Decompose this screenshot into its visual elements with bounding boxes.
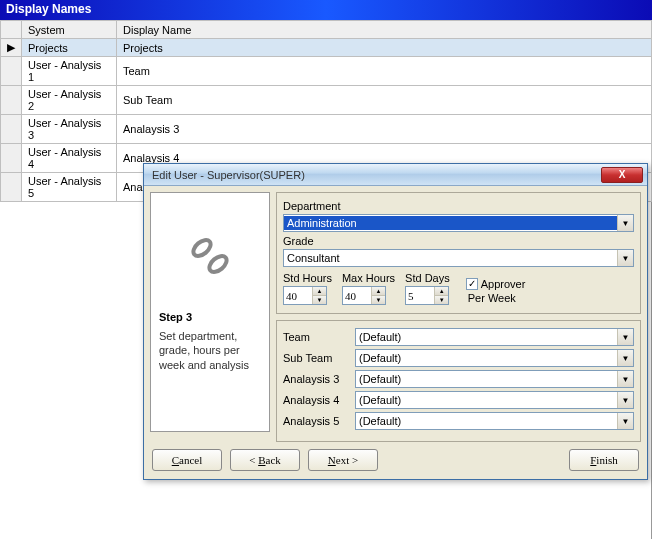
grade-select[interactable]: Consultant ▼ <box>283 249 634 267</box>
label-department: Department <box>283 200 634 212</box>
std-days-input[interactable] <box>406 287 434 304</box>
std-days-stepper[interactable]: ▲▼ <box>405 286 449 305</box>
step-title: Step 3 <box>159 311 261 323</box>
label-grade: Grade <box>283 235 634 247</box>
analysis-value: (Default) <box>356 414 617 428</box>
col-system[interactable]: System <box>22 21 117 39</box>
spin-up-icon[interactable]: ▲ <box>372 287 385 296</box>
svg-point-0 <box>190 237 213 259</box>
analysis-select[interactable]: (Default) ▼ <box>355 412 634 430</box>
analysis-value: (Default) <box>356 393 617 407</box>
table-header-row: System Display Name <box>1 21 652 39</box>
svg-point-1 <box>206 253 229 275</box>
analysis-label: Team <box>283 331 349 343</box>
cell-system: Projects <box>22 39 117 57</box>
department-select[interactable]: Administration ▼ <box>283 214 634 232</box>
cell-display: Analaysis 3 <box>117 115 652 144</box>
std-hours-stepper[interactable]: ▲▼ <box>283 286 327 305</box>
grade-value: Consultant <box>284 251 617 265</box>
label-per-week: Per Week <box>468 292 526 304</box>
spin-down-icon[interactable]: ▼ <box>435 296 448 304</box>
analysis-value: (Default) <box>356 330 617 344</box>
spin-down-icon[interactable]: ▼ <box>372 296 385 304</box>
cell-display: Projects <box>117 39 652 57</box>
analysis-select[interactable]: (Default) ▼ <box>355 328 634 346</box>
analysis-select[interactable]: (Default) ▼ <box>355 370 634 388</box>
chevron-down-icon[interactable]: ▼ <box>617 371 633 387</box>
col-display[interactable]: Display Name <box>117 21 652 39</box>
chevron-down-icon[interactable]: ▼ <box>617 350 633 366</box>
table-row[interactable]: User - Analysis 1 Team <box>1 57 652 86</box>
chevron-down-icon[interactable]: ▼ <box>617 329 633 345</box>
top-fieldset: Department Administration ▼ Grade Consul… <box>276 192 641 314</box>
department-value: Administration <box>284 216 617 230</box>
edit-user-dialog: Edit User - Supervisor(SUPER) X Step 3 S… <box>143 163 648 480</box>
chevron-down-icon[interactable]: ▼ <box>617 392 633 408</box>
row-indicator-icon: ▶ <box>1 39 22 57</box>
cell-system: User - Analysis 3 <box>22 115 117 144</box>
dialog-title: Edit User - Supervisor(SUPER) <box>148 169 601 181</box>
cell-system: User - Analysis 1 <box>22 57 117 86</box>
analysis-label: Sub Team <box>283 352 349 364</box>
std-hours-input[interactable] <box>284 287 312 304</box>
close-button[interactable]: X <box>601 167 643 183</box>
next-button[interactable]: Next > <box>308 449 378 471</box>
label-approver: Approver <box>481 278 526 290</box>
chevron-down-icon[interactable]: ▼ <box>617 250 633 266</box>
analysis-row: Analaysis 3 (Default) ▼ <box>283 370 634 388</box>
cell-system: User - Analysis 4 <box>22 144 117 173</box>
label-max-hours: Max Hours <box>342 272 395 284</box>
spin-up-icon[interactable]: ▲ <box>313 287 326 296</box>
chevron-down-icon[interactable]: ▼ <box>617 413 633 429</box>
analysis-row: Analaysis 5 (Default) ▼ <box>283 412 634 430</box>
cell-system: User - Analysis 2 <box>22 86 117 115</box>
spin-down-icon[interactable]: ▼ <box>313 296 326 304</box>
analysis-row: Analaysis 4 (Default) ▼ <box>283 391 634 409</box>
table-row[interactable]: ▶ Projects Projects <box>1 39 652 57</box>
analysis-value: (Default) <box>356 351 617 365</box>
approver-checkbox[interactable]: ✓ <box>466 278 478 290</box>
max-hours-input[interactable] <box>343 287 371 304</box>
spin-up-icon[interactable]: ▲ <box>435 287 448 296</box>
analysis-label: Analaysis 5 <box>283 415 349 427</box>
cell-system: User - Analysis 5 <box>22 173 117 202</box>
analysis-select[interactable]: (Default) ▼ <box>355 391 634 409</box>
analysis-value: (Default) <box>356 372 617 386</box>
label-std-days: Std Days <box>405 272 450 284</box>
chain-link-icon <box>159 201 261 311</box>
cell-display: Team <box>117 57 652 86</box>
table-row[interactable]: User - Analysis 2 Sub Team <box>1 86 652 115</box>
analysis-row: Sub Team (Default) ▼ <box>283 349 634 367</box>
back-button[interactable]: < Back <box>230 449 300 471</box>
cell-display: Sub Team <box>117 86 652 115</box>
page-title: Display Names <box>0 0 652 20</box>
dialog-titlebar[interactable]: Edit User - Supervisor(SUPER) X <box>144 164 647 186</box>
table-row[interactable]: User - Analysis 3 Analaysis 3 <box>1 115 652 144</box>
finish-button[interactable]: Finish <box>569 449 639 471</box>
step-description: Set department, grade, hours per week an… <box>159 329 261 372</box>
analysis-fieldset: Team (Default) ▼ Sub Team (Default) ▼ An… <box>276 320 641 442</box>
cancel-button[interactable]: Cancel <box>152 449 222 471</box>
analysis-select[interactable]: (Default) ▼ <box>355 349 634 367</box>
wizard-side-panel: Step 3 Set department, grade, hours per … <box>150 192 270 432</box>
label-std-hours: Std Hours <box>283 272 332 284</box>
analysis-label: Analaysis 3 <box>283 373 349 385</box>
max-hours-stepper[interactable]: ▲▼ <box>342 286 386 305</box>
analysis-label: Analaysis 4 <box>283 394 349 406</box>
row-header-blank <box>1 21 22 39</box>
chevron-down-icon[interactable]: ▼ <box>617 215 633 231</box>
analysis-row: Team (Default) ▼ <box>283 328 634 346</box>
